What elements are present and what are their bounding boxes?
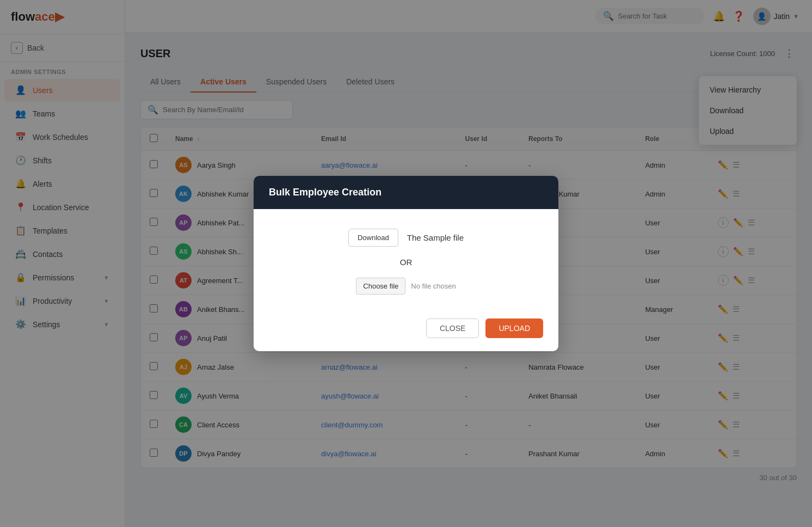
modal-body: Download The Sample file OR Choose file … bbox=[254, 209, 558, 310]
file-input-row: Choose file No file chosen bbox=[356, 278, 456, 295]
modal-close-button[interactable]: CLOSE bbox=[426, 318, 479, 338]
modal-footer: CLOSE UPLOAD bbox=[254, 310, 558, 351]
bulk-employee-creation-modal: Bulk Employee Creation Download The Samp… bbox=[254, 176, 558, 351]
choose-file-button[interactable]: Choose file bbox=[356, 278, 405, 295]
download-row: Download The Sample file bbox=[348, 229, 464, 247]
modal-overlay: Bulk Employee Creation Download The Samp… bbox=[0, 0, 812, 527]
modal-header: Bulk Employee Creation bbox=[254, 176, 558, 209]
download-sample-button[interactable]: Download bbox=[348, 229, 398, 247]
modal-upload-button[interactable]: UPLOAD bbox=[485, 318, 543, 338]
or-divider: OR bbox=[400, 258, 413, 267]
modal-title: Bulk Employee Creation bbox=[269, 187, 382, 198]
sample-file-text: The Sample file bbox=[407, 233, 464, 242]
no-file-chosen-text: No file chosen bbox=[411, 282, 456, 290]
